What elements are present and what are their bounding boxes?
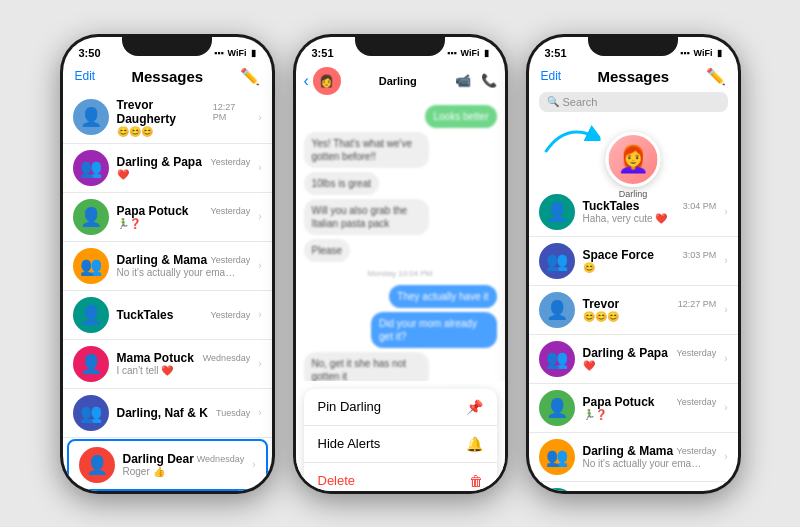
msg-content: Mama PotuckWednesdayI can't tell ❤️ (117, 351, 251, 376)
video-icon[interactable]: 📹 (455, 73, 471, 88)
msg-header: Darling & PapaYesterday (583, 346, 717, 360)
compose-button-1[interactable]: ✏️ (240, 67, 260, 86)
phone-1: 3:50 ▪▪▪ WiFi ▮ Edit Messages ✏️ 👤Trevor… (60, 34, 275, 494)
contact-name: TuckTales (117, 308, 174, 322)
notch-3 (588, 34, 678, 56)
msg-preview: No it's actually your email that learns … (583, 458, 703, 469)
msg-header: Mama PotuckWednesday (117, 351, 251, 365)
message-item[interactable]: 👤Mama PotuckWednesdayI can't tell ❤️› (63, 340, 272, 389)
msg-header: TuckTalesYesterday (117, 308, 251, 322)
search-bar[interactable]: 🔍 Search (539, 92, 728, 112)
edit-button-3[interactable]: Edit (541, 69, 562, 83)
msg-header: Space Force3:03 PM (583, 248, 717, 262)
message-item[interactable]: 👥Darling & PapaYesterday❤️› (529, 335, 738, 384)
wifi-icon-2: WiFi (461, 48, 480, 58)
avatar: 👤 (73, 199, 109, 235)
floating-avatar: 👩‍🦰 (606, 132, 661, 187)
message-list-1: 👤Trevor Daugherty12:27 PM😊😊😊›👥Darling & … (63, 92, 272, 491)
notch-1 (122, 34, 212, 56)
avatar: 👤 (539, 390, 575, 426)
contact-name: Papa Potuck (583, 395, 655, 409)
contact-name: Darling Dear (123, 452, 194, 466)
message-item[interactable]: 👤Trevor12:27 PM😊😊😊› (529, 286, 738, 335)
msg-content: TuckTales3:04 PMHaha, very cute ❤️ (583, 199, 717, 224)
msg-content: Darling & PapaYesterday❤️ (583, 346, 717, 371)
avatar: 👤 (539, 194, 575, 230)
avatar: 👤 (73, 346, 109, 382)
message-bubble: Looks better (425, 105, 496, 128)
conv-nav: ‹ 👩 Darling 📹 📞 (296, 65, 505, 101)
message-bubble: Yes! That's what we've gotten before!! (304, 132, 429, 168)
date-label: Monday 10:04 PM (304, 269, 497, 278)
context-menu-item[interactable]: Hide Alerts🔔 (304, 426, 497, 463)
msg-time: Tuesday (216, 408, 250, 418)
msg-preview: 😊😊😊 (583, 311, 703, 322)
message-bubble: Did your mom already get it? (371, 312, 496, 348)
msg-header: Trevor Daugherty12:27 PM (117, 98, 251, 126)
msg-content: Trevor Daugherty12:27 PM😊😊😊 (117, 98, 251, 137)
message-item[interactable]: 👥Darling & MamaYesterdayNo it's actually… (63, 242, 272, 291)
message-item[interactable]: 👤Papa PotuckYesterday🏃‍♂️❓› (63, 193, 272, 242)
message-item[interactable]: 👤TuckTalesYesterday› (529, 482, 738, 491)
context-menu-item[interactable]: Delete🗑 (304, 463, 497, 491)
chevron-icon: › (724, 255, 727, 266)
back-button[interactable]: ‹ (304, 72, 309, 90)
avatar: 👤 (539, 292, 575, 328)
avatar: 👥 (73, 395, 109, 431)
chevron-icon: › (724, 353, 727, 364)
edit-button-1[interactable]: Edit (75, 69, 96, 83)
msg-content: Darling DearWednesdayRoger 👍 (123, 452, 245, 477)
contact-name: Darling & Mama (583, 444, 674, 458)
signal-icon: ▪▪▪ (214, 48, 224, 58)
msg-preview: ❤️ (583, 360, 703, 371)
context-item-icon: 📌 (466, 399, 483, 415)
msg-content: Papa PotuckYesterday🏃‍♂️❓ (583, 395, 717, 420)
message-item[interactable]: 👥Space Force3:03 PM😊› (529, 237, 738, 286)
msg-preview: I can't tell ❤️ (117, 365, 237, 376)
msg-preview: ❤️ (117, 169, 237, 180)
battery-icon-3: ▮ (717, 48, 722, 58)
contact-name: Darling, Naf & K (117, 406, 208, 420)
message-item[interactable]: 👤Trevor Daugherty12:27 PM😊😊😊› (63, 92, 272, 144)
context-menu-item[interactable]: Pin Darling📌 (304, 389, 497, 426)
message-item[interactable]: 👥Darling & MamaYesterdayNo it's actually… (529, 433, 738, 482)
contact-name: Darling & Papa (583, 346, 668, 360)
msg-time: 3:04 PM (683, 201, 717, 211)
chevron-icon: › (258, 309, 261, 320)
signal-icon-3: ▪▪▪ (680, 48, 690, 58)
messages-title-1: Messages (131, 68, 203, 85)
chevron-icon: › (724, 402, 727, 413)
search-icon: 🔍 (547, 96, 559, 107)
msg-header: Darling & MamaYesterday (117, 253, 251, 267)
message-item[interactable]: 👤TuckTalesYesterday› (63, 291, 272, 340)
msg-time: 12:27 PM (213, 102, 250, 122)
msg-content: Darling & MamaYesterdayNo it's actually … (583, 444, 717, 469)
contact-name: Papa Potuck (117, 204, 189, 218)
msg-time: Yesterday (210, 255, 250, 265)
compose-button-3[interactable]: ✏️ (706, 67, 726, 86)
avatar: 👤 (539, 488, 575, 491)
message-item[interactable]: 👤Darling DearWednesdayRoger 👍› (67, 439, 268, 491)
call-icon[interactable]: 📞 (481, 73, 497, 88)
msg-time: Yesterday (210, 206, 250, 216)
msg-header: Papa PotuckYesterday (583, 395, 717, 409)
message-item[interactable]: 👤Papa PotuckYesterday🏃‍♂️❓› (529, 384, 738, 433)
msg-header: Papa PotuckYesterday (117, 204, 251, 218)
phone-2: 3:51 ▪▪▪ WiFi ▮ ‹ 👩 Darling 📹 📞 Looks be… (293, 34, 508, 494)
chevron-icon: › (258, 112, 261, 123)
msg-content: TuckTalesYesterday (117, 308, 251, 322)
status-time-1: 3:50 (79, 47, 101, 59)
message-list-3: 👤TuckTales3:04 PMHaha, very cute ❤️›👥Spa… (529, 188, 738, 491)
message-item[interactable]: 👥Darling, Naf & KTuesday› (63, 389, 272, 438)
conv-name: Darling (345, 75, 451, 87)
avatar: 👥 (539, 341, 575, 377)
msg-content: Space Force3:03 PM😊 (583, 248, 717, 273)
msg-preview: 😊 (583, 262, 703, 273)
conv-avatar: 👩 (313, 67, 341, 95)
signal-icon-2: ▪▪▪ (447, 48, 457, 58)
battery-icon: ▮ (251, 48, 256, 58)
status-icons-1: ▪▪▪ WiFi ▮ (214, 48, 256, 58)
context-item-label: Delete (318, 473, 356, 488)
msg-preview: Haha, very cute ❤️ (583, 213, 703, 224)
message-item[interactable]: 👥Darling & PapaYesterday❤️› (63, 144, 272, 193)
